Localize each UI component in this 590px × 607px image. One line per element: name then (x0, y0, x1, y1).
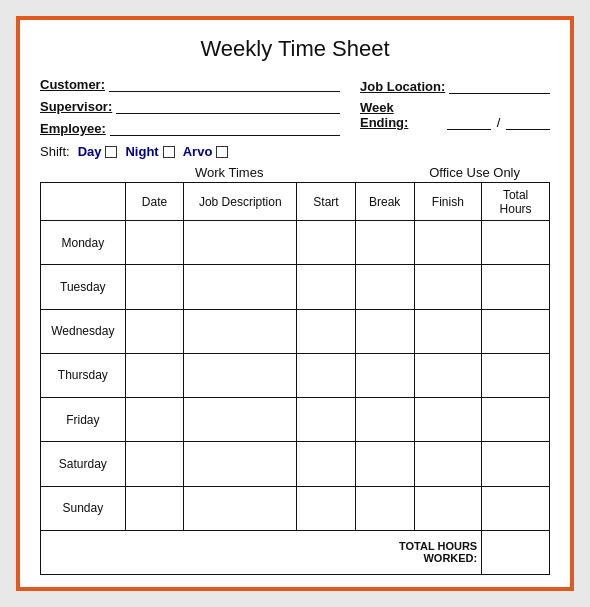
shift-row: Shift: Day Night Arvo (40, 144, 550, 159)
total-monday[interactable] (482, 221, 550, 265)
break-tuesday[interactable] (355, 265, 414, 309)
day-monday: Monday (41, 221, 126, 265)
section-headers: Work Times Office Use Only (40, 165, 550, 182)
header-job-description: Job Description (184, 183, 297, 221)
table-header-row: Date Job Description Start Break Finish … (41, 183, 550, 221)
shift-option-night: Night (125, 144, 174, 159)
finish-monday[interactable] (414, 221, 482, 265)
break-monday[interactable] (355, 221, 414, 265)
table-row: Monday (41, 221, 550, 265)
total-saturday[interactable] (482, 442, 550, 486)
shift-arvo-label: Arvo (183, 144, 213, 159)
shift-arvo-checkbox[interactable] (216, 146, 228, 158)
employee-label: Employee: (40, 121, 106, 136)
header-date: Date (125, 183, 184, 221)
break-wednesday[interactable] (355, 309, 414, 353)
customer-underline (109, 76, 340, 92)
customer-label: Customer: (40, 77, 105, 92)
total-tuesday[interactable] (482, 265, 550, 309)
start-saturday[interactable] (297, 442, 356, 486)
form-right: Job Location: Week Ending: / (360, 76, 550, 136)
day-sunday: Sunday (41, 486, 126, 530)
week-ending-label: Week Ending: (360, 100, 443, 130)
start-thursday[interactable] (297, 353, 356, 397)
total-hours-row: TOTAL HOURS WORKED: (41, 530, 550, 574)
start-sunday[interactable] (297, 486, 356, 530)
break-sunday[interactable] (355, 486, 414, 530)
date-sunday[interactable] (125, 486, 184, 530)
total-friday[interactable] (482, 398, 550, 442)
day-saturday: Saturday (41, 442, 126, 486)
total-hours-label: TOTAL HOURS WORKED: (355, 530, 481, 574)
page-container: Weekly Time Sheet Customer: Supervisor: … (16, 16, 574, 591)
shift-day-label: Day (78, 144, 102, 159)
shift-label: Shift: (40, 144, 70, 159)
job-location-field: Job Location: (360, 78, 550, 94)
jobdesc-saturday[interactable] (184, 442, 297, 486)
jobdesc-friday[interactable] (184, 398, 297, 442)
week-ending-field: Week Ending: / (360, 100, 550, 130)
total-wednesday[interactable] (482, 309, 550, 353)
shift-option-arvo: Arvo (183, 144, 229, 159)
start-tuesday[interactable] (297, 265, 356, 309)
finish-sunday[interactable] (414, 486, 482, 530)
date-tuesday[interactable] (125, 265, 184, 309)
shift-option-day: Day (78, 144, 118, 159)
finish-saturday[interactable] (414, 442, 482, 486)
customer-field: Customer: (40, 76, 340, 92)
date-thursday[interactable] (125, 353, 184, 397)
break-friday[interactable] (355, 398, 414, 442)
total-sunday[interactable] (482, 486, 550, 530)
day-tuesday: Tuesday (41, 265, 126, 309)
header-start: Start (297, 183, 356, 221)
start-wednesday[interactable] (297, 309, 356, 353)
finish-wednesday[interactable] (414, 309, 482, 353)
jobdesc-tuesday[interactable] (184, 265, 297, 309)
date-friday[interactable] (125, 398, 184, 442)
date-saturday[interactable] (125, 442, 184, 486)
supervisor-label: Supervisor: (40, 99, 112, 114)
header-break: Break (355, 183, 414, 221)
employee-underline (110, 120, 340, 136)
day-thursday: Thursday (41, 353, 126, 397)
shift-night-checkbox[interactable] (163, 146, 175, 158)
total-row-empty-1 (41, 530, 356, 574)
jobdesc-sunday[interactable] (184, 486, 297, 530)
start-friday[interactable] (297, 398, 356, 442)
day-friday: Friday (41, 398, 126, 442)
total-hours-value[interactable] (482, 530, 550, 574)
form-section: Customer: Supervisor: Employee: Job Loca… (40, 76, 550, 136)
finish-thursday[interactable] (414, 353, 482, 397)
header-day (41, 183, 126, 221)
timesheet-table: Date Job Description Start Break Finish … (40, 182, 550, 575)
supervisor-underline (116, 98, 340, 114)
work-times-label: Work Times (195, 165, 263, 180)
break-saturday[interactable] (355, 442, 414, 486)
finish-friday[interactable] (414, 398, 482, 442)
table-row: Tuesday (41, 265, 550, 309)
job-location-label: Job Location: (360, 79, 445, 94)
total-thursday[interactable] (482, 353, 550, 397)
shift-day-checkbox[interactable] (105, 146, 117, 158)
form-left: Customer: Supervisor: Employee: (40, 76, 340, 136)
week-ending-slash: / (495, 115, 503, 130)
page-title: Weekly Time Sheet (40, 36, 550, 62)
finish-tuesday[interactable] (414, 265, 482, 309)
break-thursday[interactable] (355, 353, 414, 397)
office-use-label: Office Use Only (429, 165, 520, 180)
job-location-underline (449, 78, 550, 94)
day-wednesday: Wednesday (41, 309, 126, 353)
supervisor-field: Supervisor: (40, 98, 340, 114)
start-monday[interactable] (297, 221, 356, 265)
date-monday[interactable] (125, 221, 184, 265)
table-row: Sunday (41, 486, 550, 530)
jobdesc-wednesday[interactable] (184, 309, 297, 353)
week-ending-part2 (506, 114, 550, 130)
table-row: Saturday (41, 442, 550, 486)
employee-field: Employee: (40, 120, 340, 136)
shift-night-label: Night (125, 144, 158, 159)
table-row: Friday (41, 398, 550, 442)
jobdesc-monday[interactable] (184, 221, 297, 265)
jobdesc-thursday[interactable] (184, 353, 297, 397)
date-wednesday[interactable] (125, 309, 184, 353)
